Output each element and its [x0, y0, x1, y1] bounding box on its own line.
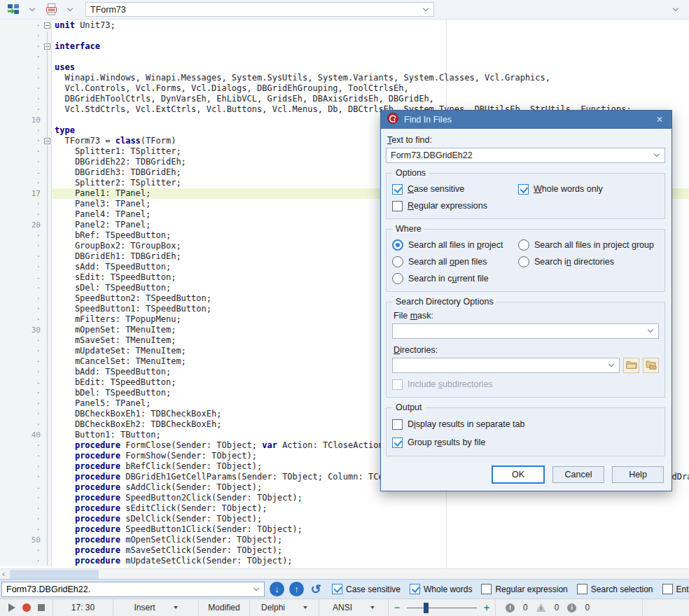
- fold-margin[interactable]: [43, 493, 52, 503]
- syntax-selector[interactable]: Delphi: [250, 599, 319, 616]
- search-current-file-option[interactable]: Search in current file: [392, 270, 518, 287]
- gutter-marker[interactable]: ·: [0, 461, 43, 472]
- fold-margin[interactable]: [43, 304, 52, 314]
- file-mask-combo[interactable]: [392, 323, 659, 339]
- fold-margin[interactable]: [43, 398, 52, 409]
- gutter-marker[interactable]: ·: [0, 440, 43, 451]
- encoding-selector[interactable]: ANSI: [319, 599, 389, 616]
- search-directories-option[interactable]: Search in directories: [518, 253, 659, 270]
- separate-tab-checkbox[interactable]: [392, 419, 403, 430]
- fold-margin[interactable]: [43, 52, 52, 62]
- fold-margin[interactable]: [43, 545, 52, 556]
- search-project-option[interactable]: Search all files in project: [392, 237, 518, 253]
- find-previous-button[interactable]: ↑: [289, 582, 304, 596]
- search-project-radio[interactable]: [392, 239, 403, 251]
- sb-entire-scope-checkbox[interactable]: [662, 584, 673, 594]
- sb-case-sensitive-option[interactable]: Case sensitive: [332, 584, 401, 594]
- case-sensitive-checkbox[interactable]: [392, 184, 403, 195]
- gutter-marker[interactable]: ·: [0, 73, 43, 83]
- fold-margin[interactable]: [43, 461, 52, 472]
- fold-margin[interactable]: [43, 535, 52, 545]
- gutter-marker[interactable]: ·: [0, 304, 43, 314]
- gutter-marker[interactable]: ·: [0, 293, 43, 304]
- whole-words-option[interactable]: Whole words only: [518, 181, 659, 197]
- fold-margin[interactable]: [43, 409, 52, 419]
- fold-margin[interactable]: [43, 209, 52, 220]
- gutter-marker[interactable]: ·: [0, 367, 43, 377]
- fold-margin[interactable]: [43, 451, 52, 461]
- browse-folder-button[interactable]: [623, 358, 639, 373]
- gutter-marker[interactable]: ·: [0, 493, 43, 503]
- restart-search-button[interactable]: ↺: [309, 582, 323, 597]
- gutter-marker[interactable]: ·: [0, 83, 43, 94]
- ok-button[interactable]: OK: [492, 465, 545, 484]
- gutter-marker[interactable]: ·: [0, 314, 43, 325]
- fold-margin[interactable]: [43, 335, 52, 346]
- gutter-marker[interactable]: ·: [0, 398, 43, 409]
- fold-margin[interactable]: [43, 346, 52, 356]
- gutter-marker[interactable]: 30: [0, 325, 43, 335]
- gutter-marker[interactable]: ·: [0, 199, 43, 209]
- fold-margin[interactable]: [43, 514, 52, 524]
- sb-whole-words-option[interactable]: Whole words: [410, 584, 472, 594]
- text-to-find-combo[interactable]: Form73.DBGridEh22: [386, 148, 665, 163]
- gutter-marker[interactable]: ·: [0, 157, 43, 167]
- search-project-group-radio[interactable]: [518, 239, 529, 251]
- directories-combo[interactable]: [392, 358, 620, 373]
- gutter-marker[interactable]: ·: [0, 136, 43, 146]
- cancel-button[interactable]: Cancel: [552, 466, 604, 483]
- gutter-marker[interactable]: ·: [0, 209, 43, 220]
- gutter-marker[interactable]: ·: [0, 178, 43, 188]
- search-directories-radio[interactable]: [518, 256, 529, 267]
- fold-margin[interactable]: [43, 136, 52, 146]
- fold-margin[interactable]: [43, 125, 52, 136]
- gutter-marker[interactable]: -: [0, 62, 43, 73]
- fold-margin[interactable]: [43, 220, 52, 230]
- fold-margin[interactable]: [43, 62, 52, 73]
- gutter-marker[interactable]: ·: [0, 262, 43, 272]
- gutter-marker[interactable]: ·: [0, 94, 43, 104]
- fold-margin[interactable]: [43, 178, 52, 188]
- gutter-marker[interactable]: ·: [0, 409, 43, 419]
- gutter-marker[interactable]: ·: [0, 230, 43, 241]
- fold-margin[interactable]: [43, 31, 52, 41]
- gutter-marker[interactable]: ·: [0, 20, 43, 31]
- fold-margin[interactable]: [43, 83, 52, 94]
- gutter-marker[interactable]: -: [0, 272, 43, 283]
- fold-margin[interactable]: [43, 524, 52, 535]
- gutter-marker[interactable]: 17: [0, 188, 43, 199]
- find-next-button[interactable]: ↓: [270, 582, 284, 596]
- gutter-marker[interactable]: ·: [0, 41, 43, 52]
- regex-checkbox[interactable]: [392, 201, 403, 211]
- fold-margin[interactable]: [43, 325, 52, 335]
- whole-words-checkbox[interactable]: [518, 184, 529, 195]
- fold-margin[interactable]: [43, 94, 52, 104]
- help-button[interactable]: Help: [612, 466, 664, 483]
- fold-margin[interactable]: [43, 146, 52, 157]
- scroll-left-arrow-icon[interactable]: ‹: [2, 568, 5, 579]
- search-open-files-option[interactable]: Search all open files: [392, 253, 518, 270]
- sb-entire-scope-option[interactable]: Entire scope: [662, 584, 689, 594]
- fold-margin[interactable]: [43, 356, 52, 367]
- gutter-marker[interactable]: ·: [0, 104, 43, 115]
- fold-margin[interactable]: [43, 482, 52, 493]
- fold-collapse-icon[interactable]: [44, 22, 50, 29]
- fold-margin[interactable]: [43, 199, 52, 209]
- fold-margin[interactable]: [43, 430, 52, 440]
- fold-margin[interactable]: [43, 283, 52, 293]
- gutter-marker[interactable]: -: [0, 377, 43, 388]
- gutter-marker[interactable]: ·: [0, 31, 43, 41]
- gutter-marker[interactable]: ·: [0, 125, 43, 136]
- search-current-file-radio[interactable]: [392, 273, 403, 284]
- browse-subfolder-button[interactable]: [643, 358, 659, 373]
- gutter-marker[interactable]: ·: [0, 503, 43, 514]
- sb-whole-words-checkbox[interactable]: [410, 584, 420, 594]
- fold-margin[interactable]: [43, 188, 52, 199]
- zoom-slider[interactable]: [407, 608, 477, 608]
- fold-margin[interactable]: [43, 241, 52, 251]
- fold-margin[interactable]: [43, 472, 52, 482]
- insert-mode-selector[interactable]: Insert: [113, 599, 199, 616]
- entity-selector[interactable]: TForm73: [85, 2, 434, 17]
- fold-margin[interactable]: [43, 556, 52, 566]
- zoom-out-button[interactable]: −: [394, 602, 400, 613]
